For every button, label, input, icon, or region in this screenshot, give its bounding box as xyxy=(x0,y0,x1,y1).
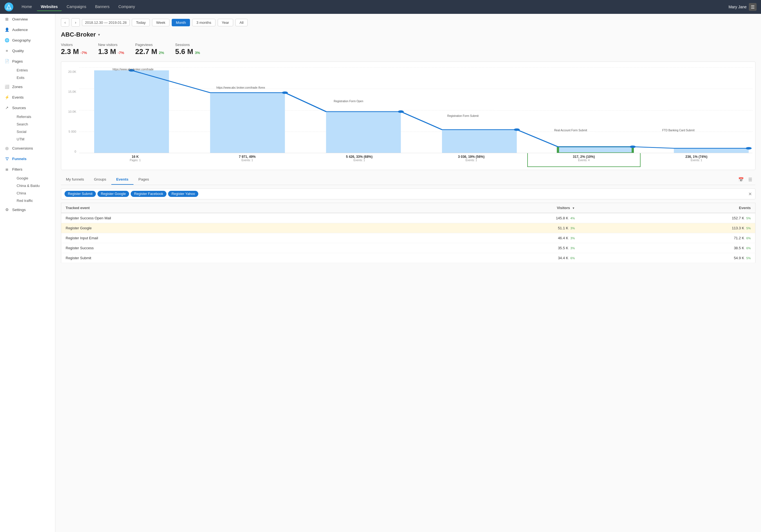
sidebar-label-filters: Filters xyxy=(12,167,23,171)
sidebar-sub-google[interactable]: Google xyxy=(12,174,55,182)
period-all-button[interactable]: All xyxy=(235,19,248,26)
sidebar-sub-utm[interactable]: UTM xyxy=(12,136,55,143)
filter-tag-register-google[interactable]: Register Google xyxy=(97,191,129,197)
nav-company[interactable]: Company xyxy=(115,3,139,11)
sidebar-item-funnels[interactable]: ▽ Funnels xyxy=(0,153,55,164)
nav-home[interactable]: Home xyxy=(18,3,36,11)
period-week-button[interactable]: Week xyxy=(152,19,169,26)
metric-new-visitors-change: -7% xyxy=(118,51,124,55)
sidebar-item-zones[interactable]: ⬜ Zones xyxy=(0,82,55,92)
metric-pageviews-label: Pageviews xyxy=(135,43,164,47)
tab-actions: 📅 ☰ xyxy=(737,176,755,183)
table-row: Register Submit 34.4 K 6% 54.9 K 5% xyxy=(61,253,755,263)
layers-icon: ⬜ xyxy=(4,84,9,89)
sidebar-sub-china[interactable]: China xyxy=(12,189,55,197)
y-label-10k: 10.0K xyxy=(68,110,76,113)
step-info-3: 5 426, 33% (68%) Events: 1 xyxy=(303,153,415,167)
metrics-row: Visitors 2.3 M -7% New visitors 1.3 M -7… xyxy=(61,43,755,56)
sidebar-item-audience[interactable]: 👤 Audience xyxy=(0,25,55,35)
sidebar-label-settings: Settings xyxy=(12,208,26,212)
app-layout: ⊞ Overview 👤 Audience 🌐 Geography ≡ Qual… xyxy=(0,14,761,532)
sidebar-sub-exits[interactable]: Exits xyxy=(12,74,55,82)
svg-rect-2 xyxy=(94,70,169,153)
sidebar-label-funnels: Funnels xyxy=(12,157,27,161)
filter-tag-register-submit[interactable]: Register Submit xyxy=(65,191,96,197)
y-label-5k: 5 000 xyxy=(68,130,76,133)
metric-visitors-change: -7% xyxy=(81,51,87,55)
sidebar-item-settings[interactable]: ⚙ Settings xyxy=(0,205,55,215)
step-info-4: 3 036, 19% (56%) Events: 1 xyxy=(415,153,528,167)
sidebar-sub-search[interactable]: Search xyxy=(12,120,55,128)
calendar-icon[interactable]: 📅 xyxy=(737,176,745,183)
nav-links: Home Websites Campaigns Banners Company xyxy=(18,3,727,11)
grid-icon: ⊞ xyxy=(4,17,9,22)
period-year-button[interactable]: Year xyxy=(218,19,233,26)
metric-new-visitors: New visitors 1.3 M -7% xyxy=(98,43,124,56)
tab-events[interactable]: Events xyxy=(111,174,134,185)
sidebar-label-overview: Overview xyxy=(12,17,28,21)
step-info-5: 317, 2% (10%) Events: 4 xyxy=(527,153,641,167)
metric-new-visitors-label: New visitors xyxy=(98,43,124,47)
nav-websites[interactable]: Websites xyxy=(37,3,61,11)
cell-event-5: Register Submit xyxy=(61,253,404,263)
sidebar-item-filters[interactable]: ≣ Filters xyxy=(0,164,55,174)
site-dropdown-icon[interactable]: ▾ xyxy=(98,32,100,37)
tab-my-funnels[interactable]: My funnels xyxy=(61,174,89,185)
sidebar-label-zones: Zones xyxy=(12,85,23,89)
next-period-button[interactable]: › xyxy=(72,18,80,27)
sidebar-sub-social[interactable]: Social xyxy=(12,128,55,136)
metric-sessions-label: Sessions xyxy=(175,43,200,47)
user-menu[interactable]: Mary Jane ☰ xyxy=(729,3,757,11)
visitors-change-1: 4% xyxy=(570,216,575,220)
logo[interactable] xyxy=(4,3,13,11)
tab-groups[interactable]: Groups xyxy=(89,174,111,185)
settings-icon: ⚙ xyxy=(4,207,9,212)
y-label-15k: 15.0K xyxy=(68,90,76,93)
sidebar-item-events[interactable]: ⚡ Events xyxy=(0,92,55,102)
sidebar-label-audience: Audience xyxy=(12,28,28,32)
funnel-chart-container: 20.0K 15.0K 10.0K 5 000 0 xyxy=(61,61,755,170)
sidebar-item-sources[interactable]: ↗ Sources xyxy=(0,102,55,113)
sidebar-sub-referrals[interactable]: Referrals xyxy=(12,113,55,120)
metric-pageviews: Pageviews 22.7 M 2% xyxy=(135,43,164,56)
sliders-icon: ≡ xyxy=(4,48,9,53)
filter-tag-register-facebook[interactable]: Register Facebook xyxy=(131,191,166,197)
sort-visitors-icon: ▼ xyxy=(572,207,575,209)
period-month-button[interactable]: Month xyxy=(172,19,190,26)
sidebar-sub-china-baidu[interactable]: China & Baidu xyxy=(12,182,55,189)
sidebar-item-overview[interactable]: ⊞ Overview xyxy=(0,14,55,25)
events-change-1: 5% xyxy=(746,216,751,220)
prev-period-button[interactable]: ‹ xyxy=(61,18,69,27)
cell-event-4: Register Success xyxy=(61,243,404,253)
period-3months-button[interactable]: 3 months xyxy=(192,19,215,26)
metric-visitors-value: 2.3 M -7% xyxy=(61,47,87,56)
cell-events-2: 113.3 K 5% xyxy=(579,223,755,233)
filter-tag-register-yahoo[interactable]: Register Yahoo xyxy=(168,191,198,197)
tab-pages[interactable]: Pages xyxy=(134,174,154,185)
nav-campaigns[interactable]: Campaigns xyxy=(63,3,90,11)
list-icon[interactable]: ☰ xyxy=(747,176,753,183)
filter-icon: ▽ xyxy=(4,156,9,161)
svg-point-12 xyxy=(630,146,636,148)
nav-banners[interactable]: Banners xyxy=(91,3,113,11)
table-row: Register Google 51.1 K 3% 113.3 K 5% xyxy=(61,223,755,233)
metric-visitors: Visitors 2.3 M -7% xyxy=(61,43,87,56)
people-icon: 👤 xyxy=(4,27,9,32)
sidebar-sub-entries[interactable]: Entries xyxy=(12,67,55,74)
site-header: ABC-Broker ▾ xyxy=(61,31,755,38)
funnel-svg xyxy=(79,67,752,153)
sidebar-label-events: Events xyxy=(12,95,24,99)
events-change-2: 5% xyxy=(746,226,751,230)
sidebar-item-quality[interactable]: ≡ Quality xyxy=(0,45,55,56)
svg-rect-3 xyxy=(210,93,285,153)
period-today-button[interactable]: Today xyxy=(132,19,150,26)
sidebar-sub-red-traffic[interactable]: Red traffic xyxy=(12,197,55,205)
sidebar-item-geography[interactable]: 🌐 Geography xyxy=(0,35,55,45)
y-label-20k: 20.0K xyxy=(68,70,76,73)
filter-close-button[interactable]: ✕ xyxy=(748,191,752,197)
sidebar-item-conversions[interactable]: ◎ Conversions xyxy=(0,143,55,153)
col-header-visitors[interactable]: Visitors ▼ xyxy=(404,203,579,213)
sidebar-label-sources: Sources xyxy=(12,106,26,110)
filter-tags-bar: Register Submit Register Google Register… xyxy=(61,188,755,200)
sidebar-item-pages[interactable]: 📄 Pages xyxy=(0,56,55,67)
